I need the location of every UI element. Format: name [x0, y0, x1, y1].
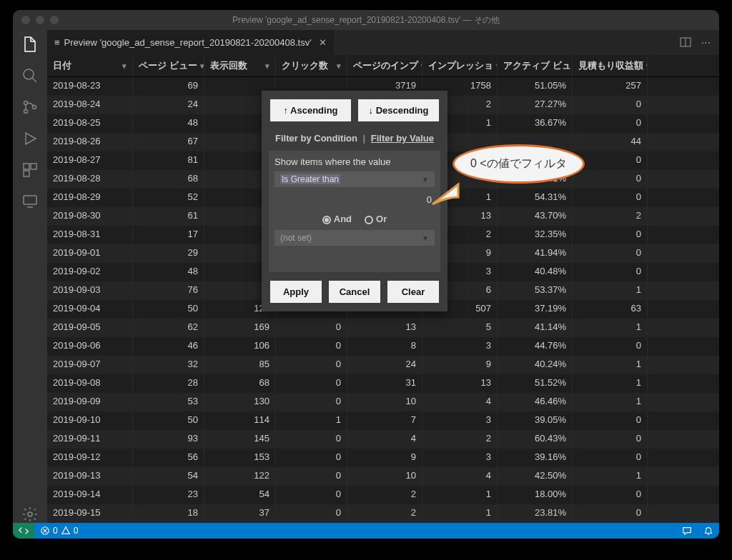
extensions-icon[interactable]: [21, 161, 39, 179]
remote-explorer-icon[interactable]: [21, 193, 39, 210]
cell: 37: [204, 504, 276, 523]
table-row[interactable]: 2019-09-0828680311351.52%1: [47, 374, 719, 393]
cell: 32.35%: [498, 226, 573, 244]
filter-by-value-tab[interactable]: Filter by Value: [371, 133, 434, 144]
filter-by-condition-tab[interactable]: Filter by Condition: [275, 133, 357, 144]
table-row[interactable]: 2019-09-14235402118.00%0: [47, 486, 719, 504]
sort-ascending-button[interactable]: ↑ Ascending: [270, 99, 351, 121]
warning-count: 0: [74, 526, 79, 536]
cell: 2019-08-23: [47, 77, 133, 96]
table-row[interactable]: 2019-09-15183702123.81%0: [47, 504, 719, 523]
cell: 2019-08-27: [47, 151, 133, 170]
table-row[interactable]: 2019-09-105011417339.05%0: [47, 411, 719, 430]
explorer-icon[interactable]: [21, 36, 39, 53]
cell: 1: [573, 374, 648, 393]
cell: 0: [276, 356, 347, 374]
tab-preview[interactable]: ≡ Preview 'google_ad_sense_report_201908…: [47, 30, 334, 55]
search-icon[interactable]: [21, 67, 39, 84]
column-header[interactable]: 表示回数▾: [204, 55, 276, 76]
run-debug-icon[interactable]: [21, 130, 39, 147]
cell: 2: [347, 486, 422, 504]
filter-icon[interactable]: ▾: [337, 61, 341, 71]
cell: 2019-09-05: [47, 319, 133, 337]
operator-select-2[interactable]: (not set)▼: [274, 230, 435, 246]
cell: 48: [133, 114, 204, 133]
cell: 2019-09-01: [47, 244, 133, 263]
bell-icon[interactable]: [698, 526, 719, 536]
clear-button[interactable]: Clear: [387, 281, 439, 303]
cell: 17: [133, 226, 204, 244]
filter-icon[interactable]: ▾: [122, 61, 127, 71]
cell: 44.76%: [498, 337, 573, 356]
and-radio[interactable]: And: [322, 214, 352, 224]
cell: 0: [573, 226, 648, 244]
feedback-icon[interactable]: [676, 526, 698, 536]
cell: 93: [133, 430, 204, 449]
svg-rect-7: [24, 196, 36, 204]
apply-button[interactable]: Apply: [270, 281, 322, 303]
cell: 63: [573, 300, 648, 319]
traffic-minimize[interactable]: [36, 16, 44, 24]
table-row[interactable]: 2019-09-0953130010446.46%1: [47, 393, 719, 411]
chevron-down-icon: ▼: [422, 176, 429, 184]
table-row[interactable]: 2019-09-0562169013541.14%1: [47, 319, 719, 337]
cell: 60.43%: [498, 430, 573, 449]
source-control-icon[interactable]: [21, 99, 39, 116]
cell: 2019-08-25: [47, 114, 133, 133]
column-header[interactable]: アクティブ ビュ▾: [498, 55, 573, 76]
table-row[interactable]: 2019-09-125615309339.16%0: [47, 449, 719, 467]
table-row[interactable]: 2019-09-064610608344.76%0: [47, 337, 719, 356]
svg-point-8: [28, 512, 32, 516]
filter-value-input-2[interactable]: [274, 250, 435, 266]
operator-select-1[interactable]: Is Greater than▼: [274, 171, 435, 187]
filter-icon[interactable]: ▾: [265, 61, 269, 71]
filter-icon[interactable]: ▾: [646, 61, 648, 71]
remote-indicator[interactable]: [13, 523, 34, 539]
cell: 2019-09-02: [47, 263, 133, 281]
settings-gear-icon[interactable]: [21, 506, 39, 523]
cell: 13: [422, 374, 498, 393]
cell: 3: [422, 411, 498, 430]
split-editor-icon[interactable]: [680, 36, 691, 49]
cell: 2019-09-08: [47, 374, 133, 393]
or-radio[interactable]: Or: [365, 214, 387, 224]
cell: 24: [133, 96, 204, 114]
cell: 0: [573, 504, 648, 523]
filter-value-input-1[interactable]: [274, 191, 435, 208]
cell: 18: [133, 504, 204, 523]
sort-descending-button[interactable]: ↓ Descending: [358, 99, 439, 121]
svg-point-3: [33, 106, 36, 109]
filter-panel: ↑ Ascending ↓ Descending Filter by Condi…: [262, 91, 447, 311]
cell: 10: [347, 393, 422, 411]
cell: 8: [347, 337, 422, 356]
traffic-maximize[interactable]: [50, 16, 59, 24]
problems-indicator[interactable]: 0 0: [34, 526, 84, 536]
table-row[interactable]: 2019-09-119314504260.43%0: [47, 430, 719, 449]
cell: 52: [133, 189, 204, 207]
column-header[interactable]: クリック数▾: [276, 55, 347, 76]
cell: 51.05%: [498, 77, 573, 96]
cell: 39.16%: [498, 449, 573, 467]
error-count: 0: [53, 526, 58, 536]
cell: 41.94%: [498, 244, 573, 263]
cell: 24: [347, 356, 422, 374]
svg-point-0: [24, 69, 34, 79]
column-header[interactable]: ページのインプ▾: [347, 55, 422, 76]
close-icon[interactable]: ✕: [319, 37, 327, 48]
column-header[interactable]: インプレッショ▾: [422, 55, 498, 76]
filter-icon[interactable]: ▾: [200, 61, 204, 71]
more-icon[interactable]: ···: [701, 36, 711, 49]
table-row[interactable]: 2019-09-073285024940.24%1: [47, 356, 719, 374]
cell: 13: [347, 319, 422, 337]
cell: 76: [133, 281, 204, 300]
traffic-close[interactable]: [21, 16, 30, 24]
svg-rect-5: [31, 164, 36, 169]
column-header[interactable]: 日付▾: [47, 55, 133, 76]
cancel-button[interactable]: Cancel: [329, 281, 380, 303]
cell: 23: [133, 486, 204, 504]
table-row[interactable]: 2019-09-1354122010442.50%1: [47, 467, 719, 486]
column-header[interactable]: 見積もり収益額▾: [573, 55, 648, 76]
cell: 69: [133, 77, 204, 96]
column-header[interactable]: ページ ビュー▾: [133, 55, 204, 76]
cell: 0: [573, 337, 648, 356]
